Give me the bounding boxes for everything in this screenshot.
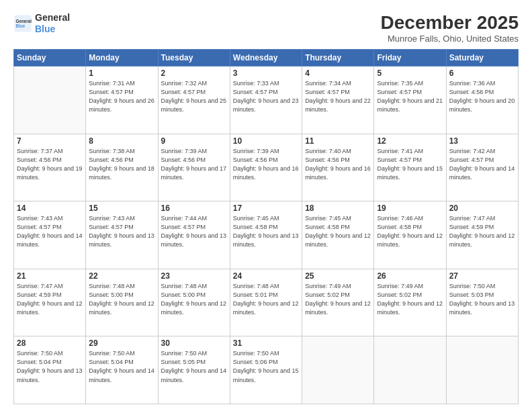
day-number: 17 — [233, 203, 299, 213]
day-info: Sunrise: 7:40 AMSunset: 4:56 PMDaylight:… — [305, 147, 371, 182]
day-info: Sunrise: 7:43 AMSunset: 4:57 PMDaylight:… — [17, 214, 83, 249]
weekday-header: Wednesday — [230, 50, 302, 66]
calendar-week-row: 21 Sunrise: 7:47 AMSunset: 4:59 PMDaylig… — [14, 269, 519, 336]
calendar-cell: 27 Sunrise: 7:50 AMSunset: 5:03 PMDaylig… — [446, 269, 518, 336]
calendar-cell: 20 Sunrise: 7:47 AMSunset: 4:59 PMDaylig… — [446, 201, 518, 269]
day-info: Sunrise: 7:34 AMSunset: 4:57 PMDaylight:… — [305, 79, 371, 114]
day-number: 23 — [161, 271, 227, 281]
calendar-cell: 18 Sunrise: 7:45 AMSunset: 4:58 PMDaylig… — [302, 201, 374, 269]
day-info: Sunrise: 7:46 AMSunset: 4:58 PMDaylight:… — [377, 214, 443, 249]
calendar-cell: 25 Sunrise: 7:49 AMSunset: 5:02 PMDaylig… — [302, 269, 374, 336]
day-number: 15 — [89, 203, 154, 213]
day-number: 29 — [89, 338, 154, 348]
day-info: Sunrise: 7:43 AMSunset: 4:57 PMDaylight:… — [89, 214, 154, 249]
day-info: Sunrise: 7:42 AMSunset: 4:57 PMDaylight:… — [449, 147, 515, 182]
day-info: Sunrise: 7:31 AMSunset: 4:57 PMDaylight:… — [89, 79, 154, 114]
calendar-cell: 24 Sunrise: 7:48 AMSunset: 5:01 PMDaylig… — [230, 269, 302, 336]
day-number: 4 — [305, 68, 371, 78]
svg-text:General: General — [16, 18, 32, 23]
day-number: 10 — [233, 136, 299, 146]
day-number: 24 — [233, 271, 299, 281]
day-info: Sunrise: 7:50 AMSunset: 5:03 PMDaylight:… — [449, 282, 515, 317]
calendar-cell — [374, 336, 446, 404]
calendar-cell: 16 Sunrise: 7:44 AMSunset: 4:57 PMDaylig… — [158, 201, 230, 269]
calendar-cell: 30 Sunrise: 7:50 AMSunset: 5:05 PMDaylig… — [158, 336, 230, 404]
subtitle: Munroe Falls, Ohio, United States — [381, 34, 519, 44]
day-info: Sunrise: 7:36 AMSunset: 4:56 PMDaylight:… — [449, 79, 515, 114]
day-number: 19 — [377, 203, 443, 213]
calendar-cell: 14 Sunrise: 7:43 AMSunset: 4:57 PMDaylig… — [14, 201, 86, 269]
day-info: Sunrise: 7:47 AMSunset: 4:59 PMDaylight:… — [17, 282, 83, 317]
calendar-week-row: 28 Sunrise: 7:50 AMSunset: 5:04 PMDaylig… — [14, 336, 519, 404]
calendar-cell: 17 Sunrise: 7:45 AMSunset: 4:58 PMDaylig… — [230, 201, 302, 269]
day-info: Sunrise: 7:47 AMSunset: 4:59 PMDaylight:… — [449, 214, 515, 249]
calendar-week-row: 1 Sunrise: 7:31 AMSunset: 4:57 PMDayligh… — [14, 66, 519, 134]
day-info: Sunrise: 7:41 AMSunset: 4:57 PMDaylight:… — [377, 147, 443, 182]
calendar-cell: 3 Sunrise: 7:33 AMSunset: 4:57 PMDayligh… — [230, 66, 302, 134]
calendar-week-row: 14 Sunrise: 7:43 AMSunset: 4:57 PMDaylig… — [14, 201, 519, 269]
logo-text: General Blue — [35, 12, 70, 35]
day-number: 12 — [377, 136, 443, 146]
logo: General Blue General Blue — [13, 12, 70, 35]
calendar-week-row: 7 Sunrise: 7:37 AMSunset: 4:56 PMDayligh… — [14, 134, 519, 201]
weekday-header: Saturday — [446, 50, 518, 66]
day-number: 26 — [377, 271, 443, 281]
day-info: Sunrise: 7:50 AMSunset: 5:04 PMDaylight:… — [89, 349, 154, 384]
day-number: 18 — [305, 203, 371, 213]
calendar-cell — [302, 336, 374, 404]
header: General Blue General Blue December 2025 … — [13, 12, 519, 44]
calendar-cell: 1 Sunrise: 7:31 AMSunset: 4:57 PMDayligh… — [86, 66, 158, 134]
page: General Blue General Blue December 2025 … — [0, 0, 532, 411]
weekday-header: Tuesday — [158, 50, 230, 66]
calendar-cell: 21 Sunrise: 7:47 AMSunset: 4:59 PMDaylig… — [14, 269, 86, 336]
day-number: 16 — [161, 203, 227, 213]
calendar-cell: 8 Sunrise: 7:38 AMSunset: 4:56 PMDayligh… — [86, 134, 158, 201]
day-number: 2 — [161, 68, 227, 78]
calendar-cell — [446, 336, 518, 404]
day-info: Sunrise: 7:45 AMSunset: 4:58 PMDaylight:… — [305, 214, 371, 249]
day-info: Sunrise: 7:50 AMSunset: 5:06 PMDaylight:… — [233, 349, 299, 384]
calendar-cell: 23 Sunrise: 7:48 AMSunset: 5:00 PMDaylig… — [158, 269, 230, 336]
calendar-table: SundayMondayTuesdayWednesdayThursdayFrid… — [13, 49, 519, 404]
day-number: 6 — [449, 68, 515, 78]
calendar-cell: 13 Sunrise: 7:42 AMSunset: 4:57 PMDaylig… — [446, 134, 518, 201]
calendar-cell: 7 Sunrise: 7:37 AMSunset: 4:56 PMDayligh… — [14, 134, 86, 201]
day-info: Sunrise: 7:32 AMSunset: 4:57 PMDaylight:… — [161, 79, 227, 114]
calendar-cell: 31 Sunrise: 7:50 AMSunset: 5:06 PMDaylig… — [230, 336, 302, 404]
calendar-cell: 19 Sunrise: 7:46 AMSunset: 4:58 PMDaylig… — [374, 201, 446, 269]
calendar-cell: 2 Sunrise: 7:32 AMSunset: 4:57 PMDayligh… — [158, 66, 230, 134]
title-block: December 2025 Munroe Falls, Ohio, United… — [381, 12, 519, 44]
day-info: Sunrise: 7:37 AMSunset: 4:56 PMDaylight:… — [17, 147, 83, 182]
weekday-row: SundayMondayTuesdayWednesdayThursdayFrid… — [14, 50, 519, 66]
calendar-cell: 12 Sunrise: 7:41 AMSunset: 4:57 PMDaylig… — [374, 134, 446, 201]
day-info: Sunrise: 7:38 AMSunset: 4:56 PMDaylight:… — [89, 147, 154, 182]
day-number: 7 — [17, 136, 83, 146]
day-number: 27 — [449, 271, 515, 281]
calendar-cell: 5 Sunrise: 7:35 AMSunset: 4:57 PMDayligh… — [374, 66, 446, 134]
calendar-cell: 26 Sunrise: 7:49 AMSunset: 5:02 PMDaylig… — [374, 269, 446, 336]
svg-text:Blue: Blue — [16, 24, 26, 28]
day-number: 25 — [305, 271, 371, 281]
day-info: Sunrise: 7:45 AMSunset: 4:58 PMDaylight:… — [233, 214, 299, 249]
day-number: 14 — [17, 203, 83, 213]
day-number: 30 — [161, 338, 227, 348]
calendar-cell: 29 Sunrise: 7:50 AMSunset: 5:04 PMDaylig… — [86, 336, 158, 404]
weekday-header: Monday — [86, 50, 158, 66]
calendar-cell — [14, 66, 86, 134]
day-info: Sunrise: 7:39 AMSunset: 4:56 PMDaylight:… — [233, 147, 299, 182]
main-title: December 2025 — [381, 12, 519, 34]
weekday-header: Sunday — [14, 50, 86, 66]
day-info: Sunrise: 7:48 AMSunset: 5:00 PMDaylight:… — [89, 282, 154, 317]
day-info: Sunrise: 7:48 AMSunset: 5:00 PMDaylight:… — [161, 282, 227, 317]
calendar-cell: 6 Sunrise: 7:36 AMSunset: 4:56 PMDayligh… — [446, 66, 518, 134]
day-info: Sunrise: 7:39 AMSunset: 4:56 PMDaylight:… — [161, 147, 227, 182]
weekday-header: Thursday — [302, 50, 374, 66]
day-info: Sunrise: 7:48 AMSunset: 5:01 PMDaylight:… — [233, 282, 299, 317]
weekday-header: Friday — [374, 50, 446, 66]
day-number: 11 — [305, 136, 371, 146]
day-number: 1 — [89, 68, 154, 78]
day-info: Sunrise: 7:50 AMSunset: 5:05 PMDaylight:… — [161, 349, 227, 384]
calendar-body: 1 Sunrise: 7:31 AMSunset: 4:57 PMDayligh… — [14, 66, 519, 404]
day-info: Sunrise: 7:44 AMSunset: 4:57 PMDaylight:… — [161, 214, 227, 249]
day-number: 13 — [449, 136, 515, 146]
